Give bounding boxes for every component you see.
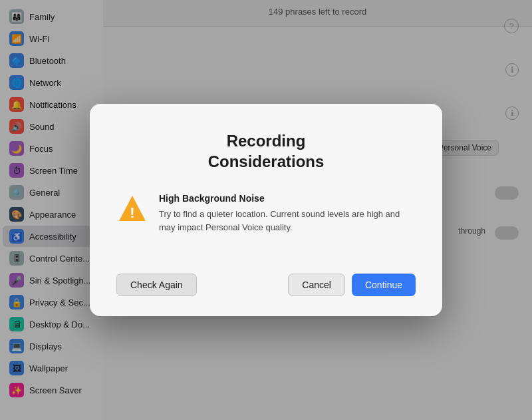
- modal-title: RecordingConsiderations: [116, 130, 416, 172]
- warning-section: ! High Background Noise Try to find a qu…: [116, 193, 416, 234]
- modal-buttons: Check Again Cancel Continue: [116, 274, 416, 296]
- modal-overlay: RecordingConsiderations ! High Backgroun…: [0, 0, 532, 420]
- svg-text:!: !: [130, 204, 134, 221]
- recording-considerations-dialog: RecordingConsiderations ! High Backgroun…: [90, 104, 442, 316]
- warning-triangle-icon: !: [116, 193, 148, 225]
- warning-content: High Background Noise Try to find a quie…: [159, 193, 416, 234]
- warning-description: Try to find a quieter location. Current …: [159, 208, 416, 234]
- warning-title: High Background Noise: [159, 193, 416, 204]
- check-again-button[interactable]: Check Again: [116, 274, 197, 296]
- right-buttons: Cancel Continue: [288, 274, 416, 296]
- cancel-button[interactable]: Cancel: [288, 274, 345, 296]
- continue-button[interactable]: Continue: [352, 274, 416, 296]
